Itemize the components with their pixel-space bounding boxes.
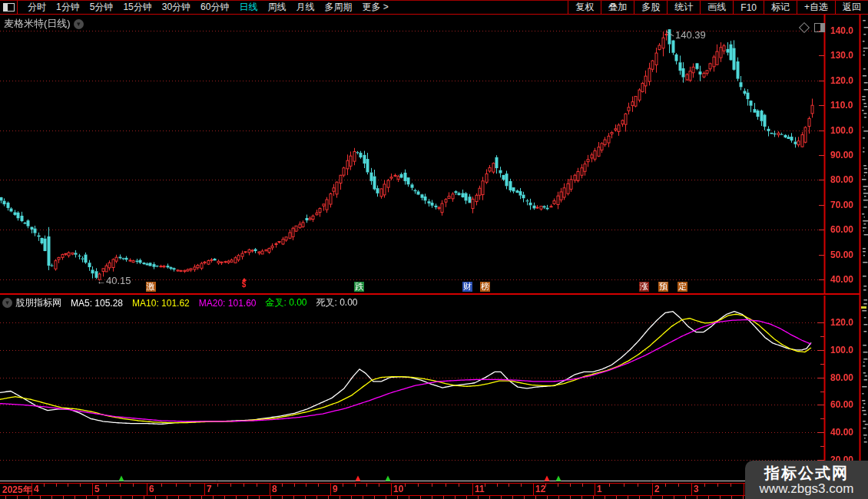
indicator-source-label: 股朋指标网 — [15, 296, 61, 309]
low-annotation-value: 40.15 — [106, 275, 131, 286]
indicator-value: MA20: 101.60 — [199, 298, 257, 309]
y-axis-label: 120.0 — [830, 75, 866, 86]
menu-tool-item[interactable]: 复权 — [568, 1, 601, 14]
chart-canvas[interactable] — [0, 0, 868, 499]
x-axis-month-label: 6 — [149, 484, 154, 494]
menu-period-item[interactable]: 1分钟 — [56, 1, 80, 14]
y-axis-label: 110.0 — [830, 100, 866, 111]
y-axis-label: 90.00 — [830, 150, 866, 160]
y-axis-label: 130.0 — [830, 50, 866, 61]
x-axis-month-label: 12 — [535, 484, 545, 494]
x-axis-month-label: 5 — [94, 484, 100, 494]
x-axis-month-label: 1 — [597, 484, 602, 494]
x-axis-month-label: 11 — [475, 484, 485, 494]
window-split-icon[interactable] — [814, 23, 825, 32]
menu-period-item[interactable]: 多周期 — [324, 1, 352, 14]
menu-tool-item[interactable]: 返回 — [835, 1, 868, 14]
menu-period-item[interactable]: 30分钟 — [162, 1, 190, 14]
menu-left: 分时1分钟5分钟15分钟30分钟60分钟日线周线月线多周期更多 > — [0, 1, 389, 14]
y-axis-label: 100.0 — [830, 125, 866, 136]
menu-period-item[interactable]: 月线 — [296, 1, 314, 14]
x-axis-month-label: 8 — [272, 484, 277, 494]
menu-period-item[interactable]: 15分钟 — [123, 1, 151, 14]
menu-tool-item[interactable]: 多股 — [634, 1, 667, 14]
indicator-value: 死叉: 0.00 — [316, 296, 358, 309]
watermark: 指标公式网 www.zbgs3.com — [745, 461, 868, 499]
stock-title-label: 麦格米特(日线) — [4, 17, 71, 31]
high-annotation: 140.39 — [675, 29, 706, 41]
indicator-dropdown-icon[interactable]: ▾ — [2, 298, 12, 308]
menu-tool-item[interactable]: 统计 — [667, 1, 700, 14]
menu-right: 复权叠加多股统计画线F10标记+自选返回 — [568, 1, 868, 14]
event-marker[interactable]: 跌 — [354, 282, 364, 292]
x-axis-month-label: 9 — [333, 484, 338, 494]
left-arrow-icon: ← — [97, 276, 106, 286]
y-axis-label: 80.00 — [830, 372, 866, 383]
menu-period-item[interactable]: 更多 > — [362, 1, 388, 14]
trading-app: 分时1分钟5分钟15分钟30分钟60分钟日线周线月线多周期更多 > 复权叠加多股… — [0, 0, 868, 499]
event-marker[interactable]: 预 — [658, 282, 668, 292]
event-marker[interactable]: 定 — [678, 282, 687, 292]
menu-period-item[interactable]: 5分钟 — [90, 1, 114, 14]
menu-tool-item[interactable]: +自选 — [797, 1, 835, 14]
menu-period-item[interactable]: 60分钟 — [200, 1, 229, 14]
y-axis-label: 100.0 — [830, 345, 866, 355]
watermark-title: 指标公式网 — [764, 464, 849, 481]
dollar-marker-label: $ — [242, 281, 247, 289]
event-marker[interactable]: 涨 — [639, 282, 649, 292]
dollar-marker[interactable]: $ — [239, 278, 249, 289]
x-axis-month-label: 10 — [393, 484, 403, 494]
layout-button[interactable] — [0, 1, 18, 14]
y-axis-label: 60.00 — [830, 224, 866, 235]
chart-title: 麦格米特(日线) ▾ — [4, 17, 84, 31]
menu-tool-item[interactable]: 叠加 — [601, 1, 634, 14]
y-axis-label: 140.0 — [830, 25, 866, 36]
event-marker[interactable]: 财 — [462, 282, 472, 292]
low-annotation: ←40.15 — [97, 275, 131, 286]
indicator-value: MA10: 101.62 — [132, 298, 190, 309]
x-axis-month-label: 2 — [654, 484, 660, 494]
x-axis-year-label: 2025年 — [2, 484, 32, 497]
watermark-url: www.zbgs3.com — [760, 481, 854, 496]
indicator-value: 金叉: 0.00 — [265, 296, 306, 309]
x-axis-month-label: 7 — [207, 484, 212, 494]
menubar: 分时1分钟5分钟15分钟30分钟60分钟日线周线月线多周期更多 > 复权叠加多股… — [0, 0, 868, 15]
event-marker[interactable]: 激 — [146, 282, 156, 292]
y-axis-label: 80.00 — [830, 174, 866, 185]
y-axis-label: 60.00 — [830, 399, 866, 410]
y-axis-label: 40.00 — [830, 427, 866, 438]
y-axis-label: 40.00 — [830, 274, 866, 285]
indicator-value: MA5: 105.28 — [71, 298, 123, 309]
indicator-header: ▾ 股朋指标网 MA5: 105.28MA10: 101.62MA20: 101… — [2, 297, 358, 309]
menu-tool-item[interactable]: F10 — [733, 1, 764, 14]
menu-tool-item[interactable]: 标记 — [764, 1, 797, 14]
menu-period-item[interactable]: 周线 — [267, 1, 286, 14]
layout-pane-icon — [3, 3, 15, 12]
event-marker[interactable]: 榜 — [480, 282, 490, 292]
y-axis-label: 70.00 — [830, 200, 866, 210]
stock-dropdown-icon[interactable]: ▾ — [74, 19, 84, 29]
y-axis-label: 120.0 — [830, 317, 866, 328]
x-axis-month-label: 3 — [694, 484, 699, 494]
menu-period-item[interactable]: 分时 — [28, 1, 46, 14]
y-axis-label: 50.00 — [830, 250, 866, 260]
menu-period-item[interactable]: 日线 — [239, 1, 257, 14]
x-axis-month-label: 4 — [34, 484, 39, 494]
menu-tool-item[interactable]: 画线 — [700, 1, 733, 14]
